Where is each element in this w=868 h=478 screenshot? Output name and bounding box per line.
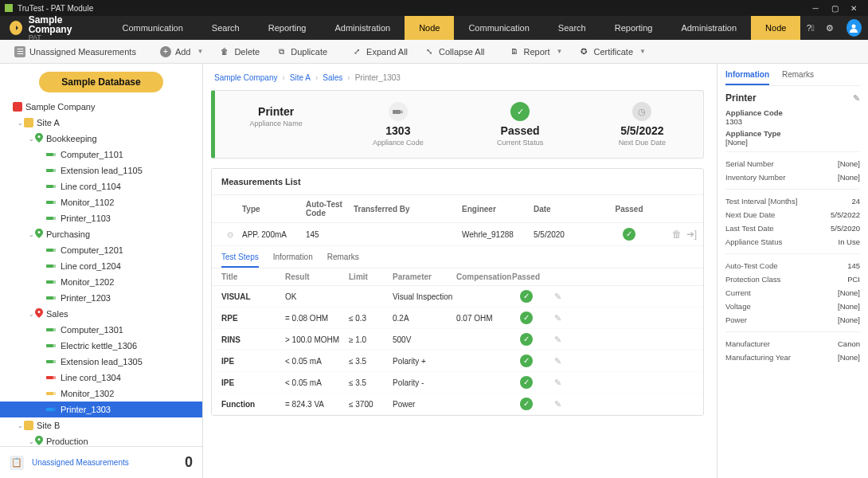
tree-item[interactable]: Printer_1103 — [0, 210, 202, 226]
chevron-down-icon[interactable]: ⌄ — [27, 438, 35, 445]
svg-rect-42 — [53, 378, 56, 379]
tree-item[interactable]: Line cord_1104 — [0, 178, 202, 194]
site-icon — [24, 421, 33, 430]
edit-step-icon[interactable]: ✎ — [554, 335, 561, 344]
tree-item[interactable]: Printer_1203 — [0, 290, 202, 306]
tree-item[interactable]: Printer_1303 — [0, 402, 202, 417]
nav-administration[interactable]: Administration — [667, 16, 751, 40]
user-avatar[interactable] — [846, 19, 862, 37]
tree-item[interactable]: Monitor_1102 — [0, 194, 202, 210]
add-button[interactable]: +Add▼ — [152, 40, 212, 63]
edit-step-icon[interactable]: ✎ — [554, 378, 561, 387]
breadcrumb-item: Printer_1303 — [355, 73, 401, 82]
tree-item[interactable]: ⌄Bookkeeping — [0, 131, 202, 147]
tree-item[interactable]: Line cord_1304 — [0, 370, 202, 386]
tree-item[interactable]: Monitor_1302 — [0, 386, 202, 402]
edit-step-icon[interactable]: ✎ — [554, 292, 561, 301]
certificate-button[interactable]: ✪Certificate▼ — [570, 40, 653, 63]
expand-all-button[interactable]: ⤢Expand All — [343, 40, 416, 63]
unassigned-measurements-button[interactable]: ☰Unassigned Measurements — [6, 40, 144, 63]
tree-item[interactable]: ⌄Production — [0, 433, 202, 446]
passed-icon: ✓ — [520, 376, 533, 389]
breadcrumb-item[interactable]: Sales — [323, 73, 342, 82]
plug-icon — [46, 341, 57, 351]
database-pill[interactable]: Sample Database — [39, 72, 162, 92]
tree-item[interactable]: Extension lead_1305 — [0, 354, 202, 370]
breadcrumb-item[interactable]: Sample Company — [214, 73, 277, 82]
chevron-down-icon[interactable]: ⌄ — [16, 422, 24, 429]
svg-rect-22 — [53, 265, 56, 266]
subtab-test-steps[interactable]: Test Steps — [221, 253, 259, 268]
close-button[interactable]: ✕ — [844, 4, 863, 13]
chevron-down-icon[interactable]: ⌄ — [27, 135, 35, 143]
unassigned-label: Unassigned Measurements — [32, 458, 129, 467]
nav-search[interactable]: Search — [544, 16, 600, 40]
tree-item[interactable]: ⌄Site A — [0, 115, 202, 131]
minimize-button[interactable]: ─ — [806, 4, 825, 13]
info-field: Serial Number[None] — [725, 157, 860, 170]
tree-item[interactable]: Computer_1201 — [0, 242, 202, 258]
nav-administration[interactable]: Administration — [320, 16, 405, 40]
breadcrumb-item[interactable]: Site A — [290, 73, 311, 82]
tree-item[interactable]: ⌄Site B — [0, 417, 202, 433]
tree-item[interactable]: Computer_1101 — [0, 147, 202, 163]
edit-icon[interactable]: ✎ — [853, 93, 860, 104]
plug-icon — [46, 357, 57, 366]
info-tab-remarks[interactable]: Remarks — [782, 70, 814, 85]
nav-communication[interactable]: Communication — [108, 16, 197, 40]
measurements-header-row: Type Auto-Test Code Transferred By Engin… — [212, 195, 703, 223]
duplicate-button[interactable]: ⧉Duplicate — [268, 40, 335, 63]
info-field: Last Test Date5/5/2020 — [725, 221, 860, 235]
chevron-down-icon[interactable]: ⌄ — [27, 311, 35, 318]
delete-button[interactable]: 🗑Delete — [211, 40, 268, 63]
measurements-card: Measurements List Type Auto-Test Code Tr… — [211, 168, 704, 416]
nav-reporting[interactable]: Reporting — [254, 16, 321, 40]
settings-icon[interactable]: ⚙ — [820, 16, 840, 40]
plug-icon — [46, 182, 57, 191]
tree-item[interactable]: Electric kettle_1306 — [0, 338, 202, 354]
subtab-remarks[interactable]: Remarks — [327, 253, 359, 268]
nav-node[interactable]: Node — [751, 16, 800, 40]
svg-rect-41 — [53, 377, 56, 378]
tree-item[interactable]: Monitor_1202 — [0, 274, 202, 290]
test-step-row: IPE< 0.05 mA≤ 3.5Polarity +✓✎ — [212, 351, 703, 372]
report-button[interactable]: 🗎Report▼ — [501, 40, 571, 63]
steps-header-row: Title Result Limit Parameter Compensatio… — [212, 268, 703, 286]
collapse-all-button[interactable]: ⤡Collapse All — [416, 40, 492, 63]
test-step-row: RPE= 0.08 OHM≤ 0.30.2A0.07 OHM✓✎ — [212, 308, 703, 329]
site-icon — [24, 118, 33, 127]
chevron-down-icon[interactable]: ⌄ — [27, 231, 35, 238]
measurement-row[interactable]: ⊝ APP. 200mA 145 Wehrle_91288 5/5/2020 ✓… — [212, 223, 703, 246]
chevron-down-icon[interactable]: ⌄ — [16, 120, 24, 127]
tree-item[interactable]: Line cord_1204 — [0, 258, 202, 274]
export-row-icon[interactable]: ➔] — [686, 229, 697, 240]
tree-item[interactable]: ⌄Sales — [0, 306, 202, 322]
edit-step-icon[interactable]: ✎ — [554, 356, 561, 366]
nav-reporting[interactable]: Reporting — [600, 16, 667, 40]
passed-icon: ✓ — [623, 228, 635, 241]
tree-item[interactable]: ⌄Purchasing — [0, 226, 202, 242]
company-icon — [13, 102, 22, 112]
nav-node[interactable]: Node — [405, 16, 454, 40]
plug-icon — [46, 245, 57, 255]
svg-rect-16 — [53, 219, 56, 220]
nav-communication[interactable]: Communication — [454, 16, 543, 40]
plug-icon — [46, 325, 57, 335]
subtab-information[interactable]: Information — [273, 253, 313, 268]
info-tab-information[interactable]: Information — [725, 70, 769, 85]
unassigned-footer[interactable]: 📋 Unassigned Measurements 0 — [0, 446, 202, 478]
status-value: Passed — [459, 124, 581, 137]
delete-row-icon[interactable]: 🗑 — [672, 229, 682, 240]
tree-item[interactable]: Computer_1301 — [0, 322, 202, 338]
tree-item[interactable]: Sample Company — [0, 99, 202, 115]
tree-item[interactable]: Extension lead_1105 — [0, 163, 202, 178]
expand-row-icon[interactable]: ⊝ — [227, 230, 233, 239]
maximize-button[interactable]: ▢ — [825, 4, 844, 13]
clipboard-icon: ☰ — [14, 46, 25, 57]
edit-step-icon[interactable]: ✎ — [554, 313, 561, 323]
app-icon — [5, 4, 13, 12]
nav-search[interactable]: Search — [197, 16, 254, 40]
report-icon: 🗎 — [509, 46, 520, 57]
help-icon[interactable]: ?⃝ — [800, 16, 820, 40]
edit-step-icon[interactable]: ✎ — [554, 399, 561, 409]
